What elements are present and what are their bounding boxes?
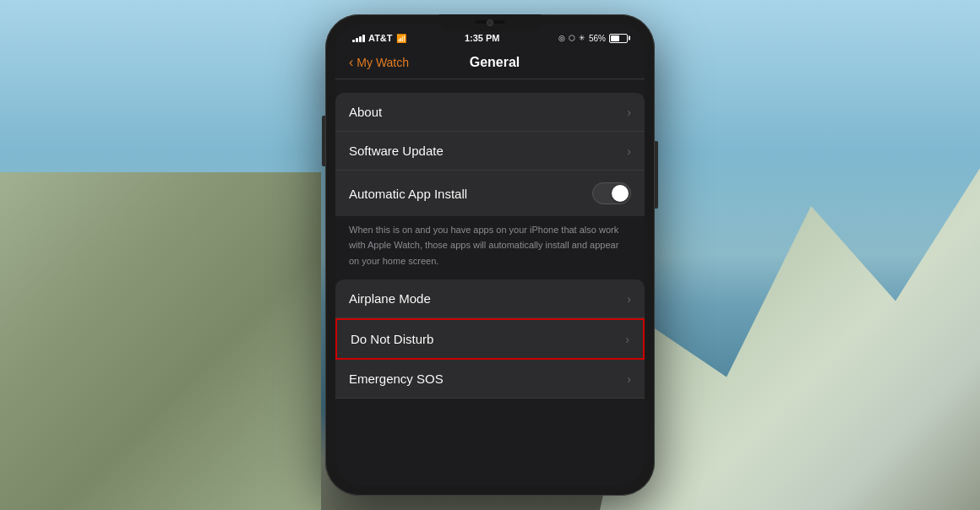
page-title: General [409, 55, 580, 70]
toggle-knob [612, 185, 629, 202]
airplane-mode-row[interactable]: Airplane Mode › [335, 279, 645, 318]
battery-percent: 56% [589, 34, 606, 43]
about-chevron-icon: › [627, 106, 631, 119]
mountains-left [0, 172, 321, 510]
back-button[interactable]: ‹ My Watch [349, 55, 409, 70]
back-label: My Watch [357, 56, 409, 69]
settings-content: About › Software Update › Automatic App … [335, 79, 645, 480]
do-not-disturb-chevron-icon: › [625, 333, 629, 346]
about-label: About [349, 105, 382, 119]
software-update-chevron-icon: › [627, 144, 631, 158]
wifi-icon: 📶 [396, 34, 406, 43]
about-right: › [627, 106, 631, 119]
bluetooth-icon: ✳ [579, 34, 585, 42]
phone-body: AT&T 📶 1:35 PM ◎ ⬡ ✳ 56% ‹ M [325, 14, 655, 496]
signal-icon [352, 34, 365, 42]
back-chevron-icon: ‹ [349, 55, 353, 70]
battery-icon [609, 34, 628, 43]
phone-container: AT&T 📶 1:35 PM ◎ ⬡ ✳ 56% ‹ M [325, 14, 655, 496]
lock-icon: ⬡ [569, 34, 575, 42]
software-update-right: › [627, 144, 631, 158]
battery-fill [611, 35, 619, 41]
software-update-label: Software Update [349, 144, 444, 158]
airplane-mode-right: › [627, 292, 631, 306]
phone-screen: AT&T 📶 1:35 PM ◎ ⬡ ✳ 56% ‹ M [335, 24, 645, 486]
automatic-app-install-right [592, 182, 631, 204]
automatic-app-install-description: When this is on and you have apps on you… [335, 216, 645, 279]
do-not-disturb-label: Do Not Disturb [351, 332, 433, 346]
automatic-app-install-toggle[interactable] [592, 182, 631, 204]
automatic-app-install-row[interactable]: Automatic App Install [335, 171, 645, 216]
emergency-sos-right: › [627, 372, 631, 386]
nav-header: ‹ My Watch General [335, 48, 645, 79]
carrier-label: AT&T [368, 33, 393, 43]
phone-top-bar [439, 14, 541, 31]
description-text: When this is on and you have apps on you… [349, 225, 618, 266]
emergency-sos-label: Emergency SOS [349, 372, 444, 386]
about-row[interactable]: About › [335, 93, 645, 132]
do-not-disturb-right: › [625, 333, 629, 346]
emergency-sos-row[interactable]: Emergency SOS › [335, 360, 645, 399]
automatic-app-install-label: Automatic App Install [349, 187, 467, 201]
status-left: AT&T 📶 [352, 33, 406, 43]
front-camera [487, 19, 493, 26]
do-not-disturb-row[interactable]: Do Not Disturb › [335, 318, 645, 360]
airplane-mode-label: Airplane Mode [349, 291, 431, 306]
location-icon: ◎ [558, 34, 565, 42]
airplane-mode-chevron-icon: › [627, 292, 631, 306]
status-right: ◎ ⬡ ✳ 56% [558, 34, 628, 43]
status-time: 1:35 PM [465, 33, 500, 43]
emergency-sos-chevron-icon: › [627, 372, 631, 386]
software-update-row[interactable]: Software Update › [335, 132, 645, 171]
